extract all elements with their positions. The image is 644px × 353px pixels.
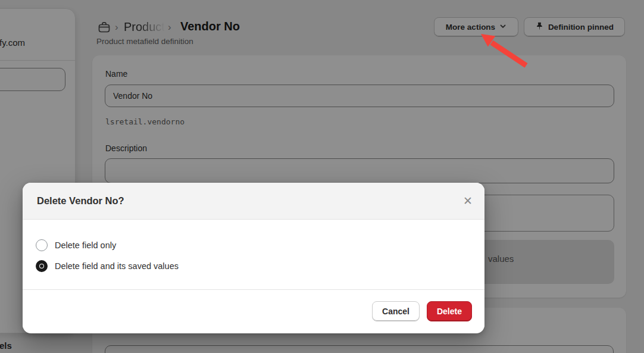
radio-selected-icon[interactable] <box>36 260 48 272</box>
close-icon[interactable]: ✕ <box>463 183 473 219</box>
radio-option-label: Delete field and its saved values <box>55 261 179 271</box>
cancel-button[interactable]: Cancel <box>372 301 420 321</box>
dialog-body: Delete field only Delete field and its s… <box>23 220 484 289</box>
page: fy.com els › Product › Vendor No Product… <box>0 0 644 353</box>
radio-option-delete-field-and-values[interactable]: Delete field and its saved values <box>36 260 471 272</box>
radio-unselected-icon[interactable] <box>36 239 48 251</box>
delete-button[interactable]: Delete <box>427 301 472 321</box>
delete-confirmation-dialog: Delete Vendor No? ✕ Delete field only De… <box>23 183 484 333</box>
radio-option-label: Delete field only <box>55 240 116 250</box>
dialog-header: Delete Vendor No? ✕ <box>23 183 484 220</box>
radio-option-delete-field-only[interactable]: Delete field only <box>36 239 471 251</box>
dialog-title: Delete Vendor No? <box>37 195 124 207</box>
dialog-footer: Cancel Delete <box>23 289 484 333</box>
